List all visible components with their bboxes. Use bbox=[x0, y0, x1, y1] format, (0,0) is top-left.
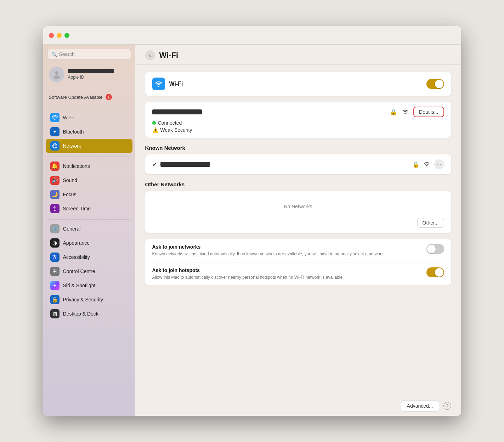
bluetooth-icon: ✦ bbox=[50, 127, 60, 136]
content-area: 🔍 Search Apple ID Software Update bbox=[43, 45, 461, 416]
other-button[interactable]: Other... bbox=[417, 218, 444, 228]
accessibility-icon: ♿ bbox=[50, 253, 60, 262]
sidebar-item-network[interactable]: Network bbox=[46, 139, 132, 153]
back-chevron-icon: ‹ bbox=[149, 52, 151, 58]
network-icon bbox=[50, 141, 60, 151]
ask-join-hotspots-text: Ask to join hotspots Allow this Mac to a… bbox=[152, 267, 426, 280]
known-network-card: ✓ 🔒 ··· bbox=[145, 154, 451, 174]
sidebar-separator-3 bbox=[49, 219, 130, 220]
advanced-button[interactable]: Advanced... bbox=[401, 400, 439, 412]
back-button[interactable]: ‹ bbox=[145, 50, 155, 60]
desktop-icon: 🖥 bbox=[50, 309, 60, 318]
sidebar-item-focus-label: Focus bbox=[63, 192, 77, 197]
status-row: Connected bbox=[152, 120, 444, 126]
sidebar-item-notifications[interactable]: 🔔 Notifications bbox=[46, 159, 132, 173]
sidebar-item-appearance[interactable]: ◑ Appearance bbox=[46, 236, 132, 250]
search-bar[interactable]: 🔍 Search bbox=[47, 49, 131, 60]
privacy-icon: 🔒 bbox=[50, 295, 60, 304]
minimize-button[interactable] bbox=[57, 33, 62, 38]
sidebar-item-accessibility[interactable]: ♿ Accessibility bbox=[46, 250, 132, 264]
connected-header: 🔒 Details... bbox=[152, 107, 444, 117]
sidebar-item-desktop[interactable]: 🖥 Desktop & Dock bbox=[46, 307, 132, 321]
ask-join-hotspots-desc: Allow this Mac to automatically discover… bbox=[152, 274, 419, 280]
screentime-icon: ⏱ bbox=[50, 204, 60, 213]
ask-join-settings-card: Ask to join networks Known networks will… bbox=[145, 239, 451, 285]
ask-join-networks-toggle[interactable] bbox=[426, 244, 444, 254]
status-dot-green bbox=[152, 121, 156, 125]
wifi-toggle[interactable] bbox=[426, 79, 444, 89]
maximize-button[interactable] bbox=[64, 33, 69, 38]
details-button[interactable]: Details... bbox=[413, 107, 444, 117]
known-wifi-signal-icon bbox=[423, 161, 431, 168]
more-button[interactable]: ··· bbox=[434, 159, 444, 169]
sidebar-item-bluetooth-label: Bluetooth bbox=[63, 129, 84, 135]
sidebar-item-privacy[interactable]: 🔒 Privacy & Security bbox=[46, 293, 132, 307]
sidebar-item-controlcentre[interactable]: ⊞ Control Centre bbox=[46, 264, 132, 278]
connected-network-name bbox=[152, 109, 202, 114]
ask-join-networks-desc: Known networks will be joined automatica… bbox=[152, 251, 419, 257]
warning-icon: ⚠️ bbox=[152, 127, 158, 133]
sidebar-item-screentime[interactable]: ⏱ Screen Time bbox=[46, 202, 132, 216]
search-input-placeholder: Search bbox=[59, 51, 75, 57]
other-networks-card: No Networks Other... bbox=[145, 191, 451, 233]
ask-join-networks-text: Ask to join networks Known networks will… bbox=[152, 244, 426, 257]
close-button[interactable] bbox=[49, 33, 54, 38]
sidebar-item-wifi[interactable]: Wi-Fi bbox=[46, 110, 132, 125]
titlebar bbox=[43, 26, 461, 45]
known-network-left: ✓ bbox=[152, 161, 210, 168]
apple-id-label: Apple ID bbox=[68, 75, 114, 80]
apple-id-name-redacted bbox=[68, 69, 114, 73]
wifi-toggle-label: Wi-Fi bbox=[169, 81, 183, 87]
focus-icon: 🌙 bbox=[50, 190, 60, 199]
lock-icon: 🔒 bbox=[390, 109, 397, 115]
wifi-header-left: Wi-Fi bbox=[152, 78, 183, 90]
notifications-icon: 🔔 bbox=[50, 162, 60, 171]
sidebar-item-focus[interactable]: 🌙 Focus bbox=[46, 187, 132, 202]
sound-icon: 🔊 bbox=[50, 176, 60, 185]
app-window: 🔍 Search Apple ID Software Update bbox=[43, 26, 461, 416]
update-badge: 1 bbox=[106, 94, 112, 100]
no-networks-text: No Networks bbox=[284, 197, 312, 216]
weak-security-text: Weak Security bbox=[160, 127, 192, 133]
sidebar-item-appearance-label: Appearance bbox=[63, 240, 90, 246]
known-network-icons: 🔒 ··· bbox=[412, 159, 444, 169]
wifi-header-card: Wi-Fi bbox=[145, 72, 451, 96]
sidebar-item-notifications-label: Notifications bbox=[63, 163, 90, 169]
known-network-header: Known Network bbox=[145, 145, 451, 151]
known-network-name bbox=[160, 162, 210, 167]
software-update-text: Software Update Available bbox=[49, 95, 103, 100]
ask-join-hotspots-toggle[interactable] bbox=[426, 267, 444, 277]
help-button[interactable]: ? bbox=[443, 402, 451, 410]
sidebar-item-general[interactable]: ⚙️ General bbox=[46, 222, 132, 236]
sidebar-item-screentime-label: Screen Time bbox=[63, 206, 91, 211]
ask-join-hotspots-title: Ask to join hotspots bbox=[152, 267, 419, 273]
wifi-big-icon bbox=[152, 78, 165, 90]
wifi-signal-icon bbox=[401, 108, 409, 116]
sidebar-item-bluetooth[interactable]: ✦ Bluetooth bbox=[46, 125, 132, 139]
sidebar-separator-2 bbox=[49, 157, 130, 157]
network-name-row bbox=[152, 109, 202, 114]
apple-id-section[interactable]: Apple ID bbox=[43, 64, 135, 88]
connected-status-text: Connected bbox=[158, 120, 182, 126]
sidebar-item-controlcentre-label: Control Centre bbox=[63, 268, 95, 274]
other-networks-header: Other Networks bbox=[145, 181, 451, 187]
main-content: ‹ Wi-Fi Wi-Fi bbox=[135, 45, 461, 416]
software-update-item[interactable]: Software Update Available 1 bbox=[43, 91, 135, 103]
wifi-icon bbox=[50, 113, 60, 122]
main-header: ‹ Wi-Fi bbox=[135, 45, 461, 65]
sidebar-item-wifi-label: Wi-Fi bbox=[63, 115, 75, 120]
sidebar-item-siri[interactable]: ✦ Siri & Spotlight bbox=[46, 278, 132, 293]
traffic-lights bbox=[49, 33, 69, 38]
sidebar-item-sound[interactable]: 🔊 Sound bbox=[46, 173, 132, 187]
sidebar-section-system: 🔔 Notifications 🔊 Sound 🌙 Focus ⏱ Screen… bbox=[43, 159, 135, 216]
siri-icon: ✦ bbox=[50, 281, 60, 290]
sidebar-item-network-label: Network bbox=[63, 143, 81, 149]
svg-point-1 bbox=[53, 75, 60, 79]
sidebar-item-sound-label: Sound bbox=[63, 177, 77, 183]
connected-network-card: 🔒 Details... Connected bbox=[145, 102, 451, 138]
apple-id-info: Apple ID bbox=[68, 69, 114, 80]
ask-join-hotspots-row: Ask to join hotspots Allow this Mac to a… bbox=[152, 262, 444, 285]
sidebar-item-general-label: General bbox=[63, 226, 81, 232]
sidebar-item-siri-label: Siri & Spotlight bbox=[63, 283, 96, 288]
main-footer: Advanced... ? bbox=[135, 396, 461, 416]
